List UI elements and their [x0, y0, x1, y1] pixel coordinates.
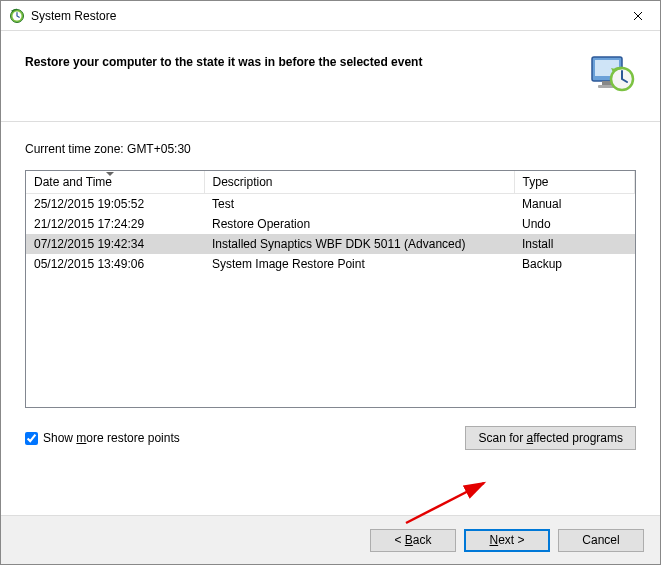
- cell-type: Backup: [514, 254, 635, 274]
- table-row[interactable]: 07/12/2015 19:42:34Installed Synaptics W…: [26, 234, 635, 254]
- column-header-label: Date and Time: [34, 175, 112, 189]
- back-button[interactable]: < Back: [370, 529, 456, 552]
- next-button[interactable]: Next >: [464, 529, 550, 552]
- cell-type: Undo: [514, 214, 635, 234]
- close-button[interactable]: [615, 1, 660, 30]
- system-restore-icon: [9, 8, 25, 24]
- table-row[interactable]: 25/12/2015 19:05:52TestManual: [26, 194, 635, 215]
- below-table-row: Show more restore points Scan for affect…: [25, 426, 636, 450]
- table-row-empty: [26, 374, 635, 394]
- column-header-label: Description: [213, 175, 273, 189]
- table-row-empty: [26, 274, 635, 294]
- titlebar: System Restore: [1, 1, 660, 31]
- restore-point-table[interactable]: Date and Time Description Type 25/12/201…: [25, 170, 636, 408]
- cell-date-time: 25/12/2015 19:05:52: [26, 194, 204, 215]
- wizard-header: Restore your computer to the state it wa…: [1, 31, 660, 121]
- show-more-checkbox[interactable]: [25, 432, 38, 445]
- cell-description: Restore Operation: [204, 214, 514, 234]
- cell-date-time: 05/12/2015 13:49:06: [26, 254, 204, 274]
- timezone-label: Current time zone: GMT+05:30: [25, 142, 636, 156]
- table-row[interactable]: 05/12/2015 13:49:06System Image Restore …: [26, 254, 635, 274]
- table-row[interactable]: 21/12/2015 17:24:29Restore OperationUndo: [26, 214, 635, 234]
- show-more-checkbox-row[interactable]: Show more restore points: [25, 431, 180, 445]
- column-header-type[interactable]: Type: [514, 171, 635, 194]
- table-row-empty: [26, 314, 635, 334]
- cell-description: Installed Synaptics WBF DDK 5011 (Advanc…: [204, 234, 514, 254]
- column-header-description[interactable]: Description: [204, 171, 514, 194]
- cell-description: System Image Restore Point: [204, 254, 514, 274]
- scan-affected-programs-button[interactable]: Scan for affected programs: [465, 426, 636, 450]
- column-header-label: Type: [523, 175, 549, 189]
- wizard-footer: < Back Next > Cancel: [1, 515, 660, 564]
- cell-date-time: 07/12/2015 19:42:34: [26, 234, 204, 254]
- window-title: System Restore: [31, 9, 116, 23]
- cell-type: Manual: [514, 194, 635, 215]
- sort-indicator-icon: [106, 172, 114, 176]
- table-row-empty: [26, 334, 635, 354]
- page-heading: Restore your computer to the state it wa…: [25, 49, 422, 69]
- restore-large-icon: [588, 49, 636, 97]
- content-area: Current time zone: GMT+05:30 Date and Ti…: [1, 121, 660, 450]
- close-icon: [633, 11, 643, 21]
- cancel-button[interactable]: Cancel: [558, 529, 644, 552]
- cell-description: Test: [204, 194, 514, 215]
- table-row-empty: [26, 294, 635, 314]
- cell-date-time: 21/12/2015 17:24:29: [26, 214, 204, 234]
- show-more-label: Show more restore points: [43, 431, 180, 445]
- cell-type: Install: [514, 234, 635, 254]
- column-header-date-time[interactable]: Date and Time: [26, 171, 204, 194]
- table-row-empty: [26, 354, 635, 374]
